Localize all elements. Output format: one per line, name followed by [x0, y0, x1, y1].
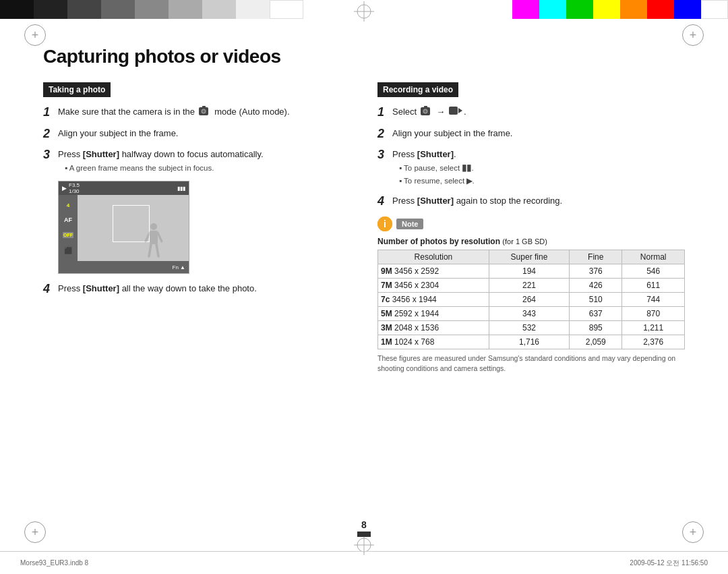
vf-right-icons: ▮▮▮: [177, 185, 185, 192]
viewfinder-left-panel: 4 AF OFF ⬛: [59, 195, 78, 261]
cell-normal: 611: [622, 279, 685, 293]
taking-photo-header: Taking a photo: [43, 82, 351, 105]
page-number-bar: [357, 532, 371, 537]
table-header-row: Resolution Super fine Fine Normal: [378, 250, 685, 264]
step-2-text: Align your subject in the frame.: [58, 127, 351, 140]
vf-bottom-text: Fn ▲: [173, 264, 185, 270]
note-label: Note: [396, 219, 423, 229]
resolution-sub-text: (for 1 GB SD): [502, 237, 547, 246]
viewfinder-figure: [144, 223, 163, 260]
svg-marker-21: [458, 108, 462, 113]
step-3-text: Press [Shutter] halfway down to focus au…: [58, 148, 351, 174]
step-2: 2 Align your subject in the frame.: [43, 127, 351, 142]
svg-point-19: [424, 110, 427, 113]
step-4: 4 Press [Shutter] all the way down to ta…: [43, 282, 351, 297]
vf-left-icon-1: 4: [67, 202, 69, 208]
viewfinder-top-bar: ▶ F3.51/30 ▮▮▮: [59, 181, 189, 195]
reg-mark-bottom-left: [24, 521, 46, 543]
col-resolution: Resolution: [378, 250, 489, 264]
cell-normal: 2,376: [622, 335, 685, 349]
vf-icon-battery: ▮▮▮: [177, 185, 185, 192]
col-normal: Normal: [622, 250, 685, 264]
cell-super-fine: 221: [489, 279, 569, 293]
footer-bar: Morse93_EUR3.indb 8 2009-05-12 오전 11:56:…: [0, 551, 728, 574]
record-step-num-3: 3: [377, 148, 392, 163]
col-super-fine: Super fine: [489, 250, 569, 264]
section-header-taking-photo: Taking a photo: [43, 82, 111, 97]
recording-video-header-wrapper: Recording a video: [377, 82, 685, 105]
cell-fine: 426: [570, 279, 622, 293]
camera-mode-icon: [199, 106, 211, 119]
step-num-3: 3: [43, 148, 58, 163]
cell-super-fine: 343: [489, 307, 569, 321]
cell-super-fine: 194: [489, 264, 569, 279]
svg-rect-7: [202, 106, 206, 109]
reg-mark-top-left: [24, 24, 46, 46]
col-fine: Fine: [570, 250, 622, 264]
cell-res: 5M 2592 x 1944: [378, 307, 489, 321]
record-step-num-2: 2: [377, 127, 392, 142]
reg-mark-top-center: [354, 1, 374, 22]
cell-res: 7M 3456 x 2304: [378, 279, 489, 293]
vf-icon-mode: F3.51/30: [69, 182, 80, 194]
note-box: i Note: [377, 217, 685, 231]
cell-normal: 744: [622, 293, 685, 307]
reg-mark-bottom-right: [682, 521, 704, 543]
vf-left-icon-off: OFF: [63, 232, 73, 238]
svg-point-9: [202, 110, 205, 113]
record-step-4: 4 Press [Shutter] again to stop the reco…: [377, 194, 685, 209]
section-header-recording-video: Recording a video: [377, 82, 458, 97]
record-step-1: 1 Select → .: [377, 105, 685, 120]
record-step-num-1: 1: [377, 105, 392, 120]
resolution-table: Resolution Super fine Fine Normal 9M 345…: [377, 250, 685, 349]
cell-fine: 510: [570, 293, 622, 307]
step-3: 3 Press [Shutter] halfway down to focus …: [43, 148, 351, 174]
cell-res: 1M 1024 x 768: [378, 335, 489, 349]
cell-fine: 895: [570, 321, 622, 335]
step-1: 1 Make sure that the camera is in the mo…: [43, 105, 351, 120]
step-4-text: Press [Shutter] all the way down to take…: [58, 282, 351, 295]
record-step-num-4: 4: [377, 194, 392, 209]
viewfinder-bottom-bar: Fn ▲: [59, 261, 189, 273]
step-num-4: 4: [43, 282, 58, 297]
cell-super-fine: 1,716: [489, 335, 569, 349]
svg-line-12: [146, 233, 150, 241]
page-number: 8: [361, 519, 367, 530]
table-row: 9M 3456 x 2592 194 376 546: [378, 264, 685, 279]
svg-line-14: [149, 244, 151, 256]
svg-line-13: [158, 233, 162, 241]
page-title: Capturing photos or videos: [43, 46, 685, 67]
camera-viewfinder: ▶ F3.51/30 ▮▮▮ 4 AF OFF ⬛: [58, 181, 189, 274]
select-camera-icon: [421, 106, 433, 119]
svg-text:i: i: [384, 219, 386, 229]
vf-left-icon-af: AF: [64, 217, 72, 223]
page-number-box: 8: [357, 519, 371, 537]
two-column-layout: Taking a photo 1 Make sure that the came…: [43, 82, 685, 374]
step-1-text: Make sure that the camera is in the mode…: [58, 105, 351, 119]
cell-res: 3M 2048 x 1536: [378, 321, 489, 335]
record-step-3: 3 Press [Shutter]. ▪ To pause, select ▮▮…: [377, 148, 685, 188]
reg-mark-top-right: [682, 24, 704, 46]
cell-fine: 2,059: [570, 335, 622, 349]
step-num-1: 1: [43, 105, 58, 120]
table-row: 1M 1024 x 768 1,716 2,059 2,376: [378, 335, 685, 349]
svg-point-10: [150, 223, 157, 230]
svg-rect-17: [424, 106, 427, 109]
recording-video-section: Recording a video 1 Select → . 2: [377, 82, 685, 374]
resolution-title: Number of photos by resolution (for 1 GB…: [377, 237, 685, 246]
cell-fine: 637: [570, 307, 622, 321]
cell-fine: 376: [570, 264, 622, 279]
vf-left-icons: ▶ F3.51/30: [62, 182, 80, 194]
table-row: 7M 3456 x 2304 221 426 611: [378, 279, 685, 293]
table-row: 5M 2592 x 1944 343 637 870: [378, 307, 685, 321]
table-row: 7c 3456 x 1944 264 510 744: [378, 293, 685, 307]
record-step-4-text: Press [Shutter] again to stop the record…: [392, 194, 685, 208]
taking-photo-section: Taking a photo 1 Make sure that the came…: [43, 82, 351, 374]
cell-res: 7c 3456 x 1944: [378, 293, 489, 307]
note-icon: i: [377, 217, 392, 231]
select-video-icon: [449, 106, 462, 119]
cell-super-fine: 532: [489, 321, 569, 335]
note-header: i Note: [377, 217, 423, 231]
record-step-1-text: Select → .: [392, 105, 685, 119]
svg-rect-20: [449, 107, 458, 115]
